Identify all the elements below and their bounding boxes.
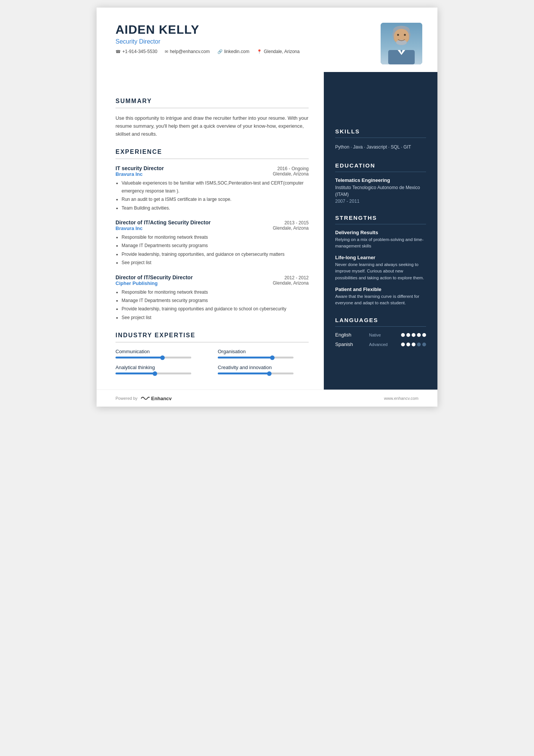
strength-item-2: Patient and Flexible Aware that the lear… — [335, 286, 426, 307]
expertise-title: INDUSTRY EXPERTISE — [116, 332, 309, 339]
education-title: EDUCATION — [335, 162, 426, 169]
exp-subheader-1: Bravura Inc Glendale, Arizona — [116, 171, 309, 177]
dot-s-4 — [417, 343, 421, 346]
lang-dots-english — [401, 333, 426, 337]
experience-divider — [116, 158, 309, 159]
candidate-name: AIDEN KELLY — [116, 23, 300, 37]
expertise-dot-1 — [270, 355, 275, 360]
expertise-bar-bg-3 — [218, 373, 294, 374]
education-divider — [335, 172, 426, 172]
resume-body: SUMMARY Use this opportunity to intrigue… — [97, 72, 437, 390]
lang-row-spanish: Spanish Advanced — [335, 341, 426, 347]
expertise-bar-bg-1 — [218, 357, 294, 358]
footer-url: www.enhancv.com — [384, 396, 418, 401]
expertise-label-2: Analytical thinking — [116, 365, 206, 370]
languages-title: LANGUAGES — [335, 317, 426, 323]
bullet-2-0: Responsible for monitoring network threa… — [122, 233, 309, 241]
link-icon: 🔗 — [217, 49, 223, 54]
skills-title: SKILLS — [335, 128, 426, 135]
exp-date-2: 2013 - 2015 — [284, 220, 309, 225]
edu-degree: Telematics Engineering — [335, 177, 426, 183]
candidate-subtitle: Security Director — [116, 38, 300, 45]
lang-row-english: English Native — [335, 332, 426, 338]
expertise-label-0: Communication — [116, 349, 206, 354]
dot-s-3 — [412, 343, 415, 346]
strength-desc-1: Never done learning and always seeking t… — [335, 261, 426, 281]
strength-desc-0: Relying on a mix of problem-solving and … — [335, 236, 426, 250]
bullet-1-2: Team Building activities. — [122, 204, 309, 212]
expertise-dot-0 — [160, 355, 165, 360]
bullet-3-3: See project list — [122, 314, 309, 321]
lang-level-spanish: Advanced — [369, 342, 394, 347]
right-column: SKILLS Python · Java · Javascript · SQL … — [324, 72, 437, 390]
expertise-label-3: Creativity and innovation — [218, 365, 309, 370]
contact-location: 📍 Glendale, Arizona — [257, 49, 300, 54]
experience-title: EXPERIENCE — [116, 149, 309, 155]
bullet-2-2: Provide leadership, training opportuniti… — [122, 250, 309, 258]
bullet-2-1: Manage IT Departments security programs — [122, 242, 309, 249]
expertise-dot-3 — [267, 371, 272, 376]
exp-header-1: IT security Director 2016 - Ongoing — [116, 165, 309, 171]
edu-dates: 2007 - 2011 — [335, 199, 426, 204]
expertise-bar-bg-2 — [116, 373, 191, 374]
strength-item-0: Delivering Results Relying on a mix of p… — [335, 230, 426, 250]
svg-point-10 — [397, 34, 399, 36]
expertise-organisation: Organisation — [218, 349, 309, 358]
exp-title-2: Director of IT/Acting Security Director — [116, 219, 211, 225]
exp-bullets-2: Responsible for monitoring network threa… — [122, 233, 309, 267]
edu-school: Instituto Tecnologico Autonomo de Mexico… — [335, 184, 426, 198]
bullet-3-1: Manage IT Departments security programs — [122, 297, 309, 304]
exp-date-3: 2012 - 2012 — [284, 275, 309, 280]
right-top-spacer — [335, 83, 426, 117]
expertise-analytical: Analytical thinking — [116, 365, 206, 374]
dot-s-1 — [401, 343, 405, 346]
profile-photo — [381, 23, 422, 64]
strength-item-1: Life-long Learner Never done learning an… — [335, 255, 426, 281]
expertise-communication: Communication — [116, 349, 206, 358]
bullet-2-3: See project list — [122, 259, 309, 266]
skills-text: Python · Java · Javascript · SQL · GIT — [335, 143, 426, 152]
resume-wrapper: AIDEN KELLY Security Director ☎ +1-914-3… — [97, 8, 437, 407]
contact-linkedin: 🔗 linkedin.com — [217, 49, 250, 54]
exp-header-3: Director of IT/Security Director 2012 - … — [116, 274, 309, 280]
lang-name-english: English — [335, 332, 362, 338]
strength-title-0: Delivering Results — [335, 230, 426, 235]
email-icon: ✉ — [165, 49, 168, 54]
phone-icon: ☎ — [116, 49, 121, 54]
expertise-bar-fill-1 — [218, 357, 272, 358]
header-section: AIDEN KELLY Security Director ☎ +1-914-3… — [97, 8, 437, 72]
exp-item-3: Director of IT/Security Director 2012 - … — [116, 274, 309, 322]
powered-by-text: Powered by — [116, 396, 137, 401]
exp-bullets-3: Responsible for monitoring network threa… — [122, 288, 309, 322]
exp-date-1: 2016 - Ongoing — [277, 166, 309, 171]
exp-location-3: Glendale, Arizona — [273, 280, 309, 286]
expertise-label-1: Organisation — [218, 349, 309, 354]
enhancv-icon — [141, 395, 150, 401]
left-column: SUMMARY Use this opportunity to intrigue… — [97, 72, 324, 390]
dot-s-2 — [406, 343, 410, 346]
expertise-bar-bg-0 — [116, 357, 191, 358]
contact-email: ✉ help@enhancv.com — [165, 49, 209, 54]
exp-company-3: Cipher Publishing — [116, 280, 158, 286]
dot-e-1 — [401, 333, 405, 337]
brand-name: Enhancv — [151, 396, 172, 401]
bullet-1-1: Run an audit to get a ISMS certificate i… — [122, 196, 309, 203]
exp-title-3: Director of IT/Security Director — [116, 274, 193, 280]
summary-divider — [116, 108, 309, 108]
strengths-divider — [335, 224, 426, 224]
header-left: AIDEN KELLY Security Director ☎ +1-914-3… — [116, 23, 300, 54]
exp-title-1: IT security Director — [116, 165, 164, 171]
strength-title-2: Patient and Flexible — [335, 286, 426, 292]
contact-phone: ☎ +1-914-345-5530 — [116, 49, 157, 54]
footer: Powered by Enhancv www.enhancv.com — [97, 390, 437, 407]
svg-point-11 — [404, 34, 406, 36]
expertise-divider — [116, 342, 309, 343]
languages-divider — [335, 326, 426, 327]
strength-desc-2: Aware that the learning curve is differe… — [335, 293, 426, 307]
expertise-grid: Communication Organisation Ana — [116, 349, 309, 374]
dot-e-2 — [406, 333, 410, 337]
dot-s-5 — [422, 343, 426, 346]
bullet-3-0: Responsible for monitoring network threa… — [122, 288, 309, 296]
expertise-creativity: Creativity and innovation — [218, 365, 309, 374]
lang-level-english: Native — [369, 333, 394, 337]
